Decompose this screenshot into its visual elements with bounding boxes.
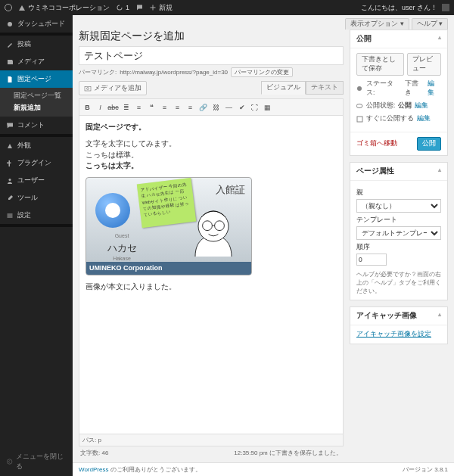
svg-point-0 [5, 5, 12, 11]
edit-schedule[interactable]: 編集 [417, 114, 431, 123]
menu-plugins[interactable]: プラグイン [0, 154, 73, 172]
preview-button[interactable]: プレビュー [407, 53, 441, 76]
camera-icon [84, 85, 92, 92]
tb-italic[interactable]: I [95, 101, 106, 113]
tb-alignleft[interactable]: ≡ [159, 101, 170, 113]
menu-tools[interactable]: ツール [0, 189, 73, 207]
tb-more[interactable]: — [223, 101, 235, 113]
updates-icon[interactable]: 1 [116, 4, 129, 11]
greeting[interactable]: こんにちは、user さん！ [361, 3, 449, 13]
comments-icon[interactable] [135, 4, 143, 11]
page-heading: 新規固定ページを追加 [79, 30, 344, 43]
tb-ol[interactable]: ≡ [133, 101, 145, 113]
pin-icon [356, 86, 363, 92]
submenu-pages-list[interactable]: 固定ページ一覧 [14, 90, 73, 102]
tb-link[interactable]: 🔗 [197, 101, 209, 113]
publish-box: 公開▴ 下書きとして保存 プレビュー ステータス: 下書き 編集 公開状態: 公… [350, 30, 448, 156]
tb-aligncenter[interactable]: ≡ [172, 101, 183, 113]
submenu-pages: 固定ページ一覧 新規追加 [0, 88, 73, 117]
svg-rect-5 [8, 215, 13, 216]
svg-point-9 [87, 87, 89, 89]
wp-logo[interactable] [5, 4, 12, 11]
add-media-button[interactable]: メディアを追加 [79, 81, 147, 95]
tb-strike[interactable]: abc [107, 101, 119, 113]
tb-quote[interactable]: ❝ [146, 101, 157, 113]
wp-link[interactable]: WordPress [79, 466, 108, 473]
svg-rect-16 [357, 117, 362, 122]
tb-ul[interactable]: ≣ [120, 101, 132, 113]
menu-settings[interactable]: 設定 [0, 207, 73, 224]
tb-toggle[interactable]: ▦ [262, 101, 273, 113]
svg-point-3 [9, 179, 11, 181]
admin-bar: ウミネココーポレーション 1 新規 こんにちは、user さん！ [0, 0, 454, 15]
edit-status[interactable]: 編集 [428, 79, 441, 98]
autosave-msg: 12:35:50 pm に下書きを保存しました。 [234, 449, 342, 457]
tb-alignright[interactable]: ≡ [185, 101, 196, 113]
collapse-menu[interactable]: メニューを閉じる [0, 447, 73, 476]
template-select[interactable]: デフォルトテンプレート [356, 226, 441, 240]
help-tab[interactable]: ヘルプ ▾ [412, 18, 448, 30]
permalink-row: パーマリンク: http://maiway.jp/wordpress/?page… [79, 67, 344, 77]
trash-link[interactable]: ゴミ箱へ移動 [356, 139, 397, 148]
svg-point-2 [8, 22, 12, 26]
menu-dashboard[interactable]: ダッシュボード [0, 15, 73, 33]
parent-select[interactable]: （親なし） [356, 199, 441, 213]
permalink-url: http://maiway.jp/wordpress/?page_id=30 [120, 69, 228, 76]
new-content[interactable]: 新規 [149, 3, 173, 13]
content-editor[interactable]: 固定ページです。 文字を太字にしてみます。 こっちは標準。 こっちは太字。 入館… [79, 115, 344, 434]
edit-visibility[interactable]: 編集 [415, 101, 428, 110]
svg-rect-1 [442, 4, 449, 11]
svg-point-14 [357, 86, 362, 91]
eye-icon [356, 103, 363, 110]
tb-fullscreen[interactable]: ⛶ [249, 101, 260, 113]
card-title: 入館証 [216, 182, 245, 198]
publish-button[interactable]: 公開 [417, 137, 441, 151]
admin-footer: WordPress のご利用ありがとうございます。 バージョン 3.8.1 [73, 462, 454, 476]
admin-menu: ダッシュボード 投稿 メディア 固定ページ 固定ページ一覧 新規追加 コメント … [0, 15, 73, 476]
screen-options-tab[interactable]: 表示オプション ▾ [345, 18, 409, 30]
page-attributes-box: ページ属性▴ 親 （親なし） テンプレート デフォルトテンプレート 順序 ヘルプ… [350, 162, 448, 300]
submenu-pages-new[interactable]: 新規追加 [14, 102, 73, 114]
tb-unlink[interactable]: ⛓ [210, 101, 222, 113]
menu-pages[interactable]: 固定ページ [0, 70, 73, 88]
svg-point-7 [7, 459, 11, 464]
sticky-note: アドバイザー 今回の先生 ハカセ先生は 一応Webサイト作りに ついての知識や経… [137, 178, 197, 228]
version-text: バージョン 3.8.1 [403, 465, 448, 474]
menu-appearance[interactable]: 外観 [0, 137, 73, 154]
tab-text[interactable]: テキスト [306, 81, 344, 95]
title-input[interactable] [79, 46, 344, 65]
svg-rect-6 [8, 216, 13, 217]
menu-comments[interactable]: コメント [0, 117, 73, 134]
toggle-icon[interactable]: ▴ [438, 34, 441, 44]
svg-point-15 [356, 104, 362, 107]
card-ribbon: UMINEKO Corporation [86, 262, 251, 275]
toggle-icon[interactable]: ▴ [438, 311, 441, 321]
card-logo-icon [95, 193, 130, 228]
svg-rect-4 [8, 213, 13, 214]
tab-visual[interactable]: ビジュアル [261, 81, 306, 95]
menu-posts[interactable]: 投稿 [0, 36, 73, 53]
calendar-icon [356, 116, 363, 123]
editor-toolbar: B I abc ≣ ≡ ❝ ≡ ≡ ≡ 🔗 ⛓ — ✔ ⛶ ▦ [79, 98, 344, 115]
toggle-icon[interactable]: ▴ [438, 166, 441, 176]
menu-users[interactable]: ユーザー [0, 172, 73, 189]
tb-spell[interactable]: ✔ [236, 101, 247, 113]
menu-media[interactable]: メディア [0, 53, 73, 70]
order-input[interactable] [356, 254, 387, 266]
site-name[interactable]: ウミネココーポレーション [18, 3, 110, 13]
set-featured-image[interactable]: アイキャッチ画像を設定 [356, 330, 431, 338]
save-draft-button[interactable]: 下書きとして保存 [356, 53, 404, 76]
tb-bold[interactable]: B [82, 101, 93, 113]
featured-image-box: アイキャッチ画像▴ アイキャッチ画像を設定 [350, 306, 448, 344]
inserted-image[interactable]: 入館証 Guest ハカセ Hakase [86, 177, 252, 275]
permalink-edit-button[interactable]: パーマリンクの変更 [231, 67, 293, 77]
